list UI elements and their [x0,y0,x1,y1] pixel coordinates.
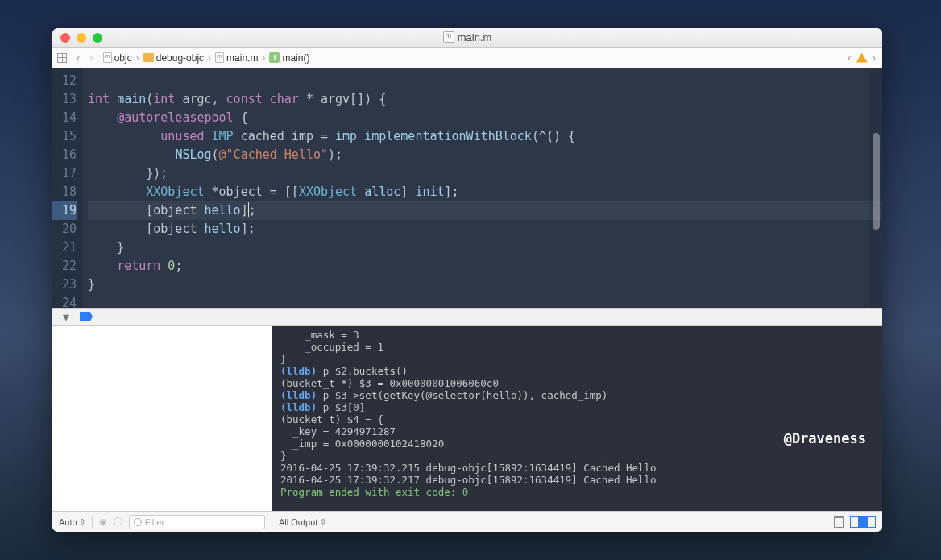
hide-debug-button[interactable]: ▾ [60,311,72,322]
folder-icon [143,53,154,62]
file-icon [215,52,224,63]
scrollbar-thumb[interactable] [873,133,880,230]
debug-area: @Draveness _mask = 3 _occupied = 1}(lldb… [52,326,882,511]
variables-filter-input[interactable]: Filter [129,515,265,529]
zoom-button[interactable] [93,33,102,43]
titlebar: main.m [52,28,882,48]
left-pane-button[interactable] [850,516,863,528]
output-selector[interactable]: All Output⇳ [279,517,326,527]
code-editor[interactable]: 12131415161718192021222324 int main(int … [52,68,882,308]
clear-console-button[interactable] [834,516,844,528]
bottom-bar: Auto⇳ ◉ ⓘ Filter All Output⇳ [52,511,882,532]
pane-toggle [850,516,876,528]
project-icon [103,52,112,63]
console-pane[interactable]: @Draveness _mask = 3 _occupied = 1}(lldb… [272,326,882,511]
code-area[interactable]: int main(int argc, const char * argv[]) … [83,68,882,308]
related-items-button[interactable] [52,53,72,63]
traffic-lights [60,33,102,43]
breadcrumb[interactable]: objc › debug-objc › main.m › fmain() [98,52,315,64]
jump-bar: ‹ › objc › debug-objc › main.m › fmain()… [52,48,882,68]
right-pane-button[interactable] [863,516,876,528]
file-icon [443,31,454,43]
watermark: @Draveness [784,430,866,446]
editor-scrollbar[interactable] [869,68,882,308]
line-gutter[interactable]: 12131415161718192021222324 [52,68,83,308]
nav-back-button[interactable]: ‹ [72,52,85,64]
minimize-button[interactable] [77,33,86,43]
variables-pane[interactable] [52,326,272,511]
prev-issue-button[interactable]: ‹ [848,52,851,64]
search-icon [134,518,142,526]
warning-icon[interactable] [856,53,868,63]
function-icon: f [269,52,280,63]
xcode-window: main.m ‹ › objc › debug-objc › main.m › … [52,28,882,532]
next-issue-button[interactable]: › [873,52,876,64]
auto-selector[interactable]: Auto⇳ [59,517,85,527]
nav-forward-button[interactable]: › [85,52,97,64]
info-icon[interactable]: ⓘ [114,516,122,528]
window-title: main.m [52,31,882,44]
eye-icon[interactable]: ◉ [99,516,107,527]
close-button[interactable] [60,33,70,43]
breakpoints-button[interactable] [80,312,93,321]
